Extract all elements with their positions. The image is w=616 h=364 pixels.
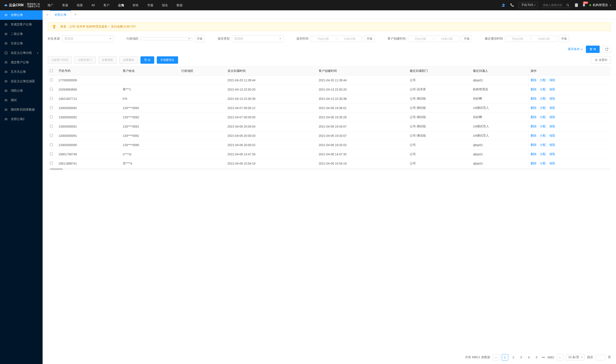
row-assign-link[interactable]: 分配 [540,125,546,128]
nav-item-8[interactable]: 报名 [161,0,169,10]
abandon-time-empty-button[interactable]: 空值 [364,35,375,42]
refresh-button[interactable] [603,46,611,53]
row-delete-link[interactable]: 删除 [531,115,537,119]
row-checkbox[interactable] [50,88,53,91]
row-delete-link[interactable]: 删除 [531,88,537,91]
row-checkbox[interactable] [50,125,53,128]
nav-item-4[interactable]: 客户 [102,0,111,10]
row-checkbox[interactable] [50,97,53,100]
row-claim-link[interactable]: 领取 [549,125,555,128]
sidebar-item-1[interactable]: 非成交客户公海 [0,20,43,29]
abandon-end-input[interactable] [337,36,362,42]
phone-icon[interactable] [510,3,514,7]
region-select[interactable] [141,37,192,40]
lastcall-empty-button[interactable]: 空值 [559,35,569,42]
page-number-3[interactable]: 3 [519,356,524,359]
lastcall-start-input[interactable] [505,36,530,42]
sidebar-item-3[interactable]: 注安公海 [0,39,43,48]
contact-icon[interactable] [501,3,505,7]
user-menu[interactable]: 机构管理员 ▼ [589,3,612,7]
row-checkbox[interactable] [50,153,53,155]
tabs-toggle-icon[interactable]: ≡ [45,10,50,19]
nav-item-9[interactable]: 数据 [176,0,184,10]
nav-item-3[interactable]: IM [90,0,96,10]
prev-page-button[interactable]: ‹ [493,354,499,361]
abandon-start-input[interactable] [311,36,335,42]
tab-add-button[interactable]: + [71,12,80,17]
row-assign-link[interactable]: 分配 [540,106,546,109]
last-call-range[interactable]: ~ [505,36,557,42]
row-delete-link[interactable]: 删除 [531,134,537,137]
logo[interactable]: 云朵CRM 教育机构一站 式服务云平台 [4,3,40,8]
page-ellipsis[interactable]: ••• [542,356,545,359]
expand-filters-link[interactable]: 展开条件 ▼ [568,47,583,51]
sidebar-item-4[interactable]: 自定义公海分组▾ [0,48,43,58]
row-claim-link[interactable]: 领取 [549,106,555,109]
sidebar-item-5[interactable]: 成交客户公海 [0,58,43,67]
create-start-input[interactable] [408,36,433,42]
page-number-5[interactable]: 5 [534,356,539,359]
row-checkbox[interactable] [50,106,53,109]
abandon-type-select[interactable]: 请选择 [232,35,283,42]
sidebar-item-0[interactable]: 全部公海 [0,10,43,20]
row-assign-link[interactable]: 分配 [540,162,546,165]
query-button[interactable]: 查 询 [586,46,600,53]
next-page-button[interactable]: › [557,354,563,361]
row-checkbox[interactable] [50,116,53,118]
sidebar-item-2[interactable]: 二咨公海 [0,29,43,39]
assign-dept-button[interactable]: 分配到部门 [74,56,96,64]
row-delete-link[interactable]: 删除 [531,162,537,165]
row-claim-link[interactable]: 领取 [549,134,555,137]
row-checkbox[interactable] [50,134,53,137]
jump-page-input[interactable] [596,354,605,360]
source-select[interactable]: 请选择 [62,35,114,42]
row-checkbox[interactable] [50,78,53,81]
row-assign-link[interactable]: 分配 [540,115,546,119]
batch-delete-button[interactable]: 批量删除 [119,56,138,64]
row-assign-link[interactable]: 分配 [540,152,546,156]
row-checkbox[interactable] [50,162,53,165]
last-page-button[interactable]: 6882 [547,356,554,359]
row-assign-link[interactable]: 分配 [540,143,546,146]
row-assign-link[interactable]: 分配 [540,88,546,91]
row-assign-link[interactable]: 分配 [540,78,546,82]
create-time-range[interactable]: ~ [408,36,459,42]
export-plain-button[interactable]: 不加密导出 [157,56,178,64]
row-claim-link[interactable]: 领取 [549,162,555,165]
tab-all-pool[interactable]: 全部公海 [50,10,71,19]
page-number-1[interactable]: 1 [502,354,508,361]
sidebar-item-10[interactable]: 测试昨日回库数据 [0,105,43,115]
row-delete-link[interactable]: 删除 [531,125,537,128]
assign-manager-button[interactable]: 分配客户经理 [48,56,72,64]
sidebar-item-11[interactable]: 全部公海2 [0,115,43,124]
row-claim-link[interactable]: 领取 [549,115,555,119]
sidebar-item-9[interactable]: 测试 [0,95,43,105]
nav-item-0[interactable]: 推广 [46,0,55,10]
row-claim-link[interactable]: 领取 [549,78,555,82]
row-delete-link[interactable]: 删除 [531,97,537,100]
page-number-4[interactable]: 4 [526,356,531,359]
abandon-time-range[interactable]: ~ [311,36,362,42]
row-claim-link[interactable]: 领取 [549,97,555,100]
row-assign-link[interactable]: 分配 [540,97,546,100]
create-time-empty-button[interactable]: 空值 [462,35,472,42]
select-all-checkbox[interactable] [50,69,53,72]
nav-item-7[interactable]: 学服 [146,0,154,10]
row-claim-link[interactable]: 领取 [549,152,555,156]
region-empty-button[interactable]: 空值 [194,35,205,42]
lastcall-end-input[interactable] [532,36,556,42]
config-columns-button[interactable]: 设置列 [591,56,611,64]
nav-item-2[interactable]: 线索 [76,0,84,10]
sidebar-item-8[interactable]: 消防公海 [0,86,43,95]
search-input[interactable] [543,3,566,7]
row-checkbox[interactable] [50,143,53,146]
nav-item-5[interactable]: 公海 [117,0,125,10]
export-button[interactable]: 导 出 [141,56,154,64]
sidebar-item-6[interactable]: 五月天公海 [0,67,43,77]
row-assign-link[interactable]: 分配 [540,134,546,137]
row-delete-link[interactable]: 删除 [531,152,537,156]
create-end-input[interactable] [435,36,459,42]
row-delete-link[interactable]: 删除 [531,106,537,109]
nav-item-6[interactable]: 财务 [132,0,140,10]
batch-claim-button[interactable]: 批量领取 [98,56,117,64]
